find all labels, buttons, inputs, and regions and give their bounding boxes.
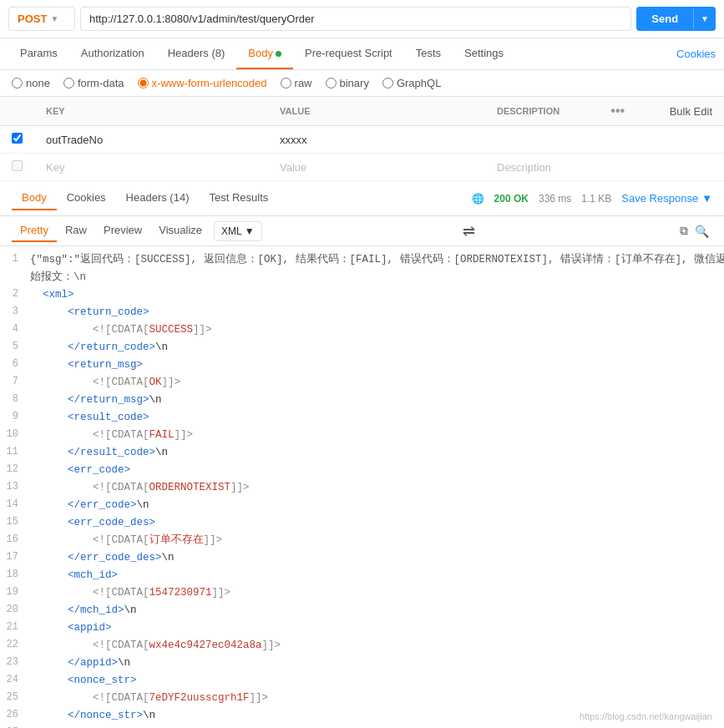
- code-tab-preview[interactable]: Preview: [95, 220, 150, 242]
- row-desc[interactable]: [485, 126, 599, 154]
- row-key[interactable]: outTradeNo: [34, 126, 268, 154]
- line-content: </appid>\n: [30, 655, 724, 672]
- line-content: <sign>: [30, 725, 724, 728]
- url-input[interactable]: [80, 7, 631, 31]
- lang-select-chevron-icon: ▼: [245, 225, 255, 237]
- response-tab-headers[interactable]: Headers (14): [116, 186, 200, 210]
- kv-bulk-edit-header: Bulk Edit: [636, 97, 724, 126]
- code-viewer-bar: Pretty Raw Preview Visualize XML ▼ ⇌ ⧉ 🔍: [0, 216, 724, 246]
- line-number: 11: [0, 444, 30, 462]
- line-content: </return_code>\n: [30, 339, 724, 356]
- line-content: <result_code>: [30, 409, 724, 427]
- code-line: 22 <![CDATA[wx4e4c9427ec042a8a]]>: [0, 637, 724, 655]
- lang-select[interactable]: XML ▼: [214, 221, 262, 241]
- code-tab-visualize[interactable]: Visualize: [150, 220, 210, 242]
- code-line: 11 </result_code>\n: [0, 444, 724, 462]
- body-type-urlencoded[interactable]: x-www-form-urlencoded: [138, 77, 267, 89]
- line-content: </err_code>\n: [30, 497, 724, 514]
- line-content: <![CDATA[7eDYF2uusscgrh1F]]>: [30, 690, 724, 707]
- line-content: </result_code>\n: [30, 444, 724, 462]
- wrap-icon[interactable]: ⇌: [458, 222, 480, 240]
- tab-params[interactable]: Params: [8, 38, 69, 69]
- tab-body[interactable]: Body: [236, 38, 293, 69]
- code-line: 5 </return_code>\n: [0, 339, 724, 356]
- line-number: 8: [0, 392, 30, 409]
- line-content: <![CDATA[FAIL]]>: [30, 427, 724, 444]
- tab-tests[interactable]: Tests: [404, 38, 453, 69]
- line-number: 7: [0, 374, 30, 392]
- tab-authorization[interactable]: Authorization: [69, 38, 156, 69]
- row-value[interactable]: xxxxx: [268, 126, 485, 154]
- code-line: 10 <![CDATA[FAIL]]>: [0, 427, 724, 444]
- code-line: 1 {"msg":"返回代码：[SUCCESS], 返回信息：[OK], 结果代…: [0, 251, 724, 269]
- response-time: 336 ms: [539, 193, 571, 205]
- cookies-link[interactable]: Cookies: [665, 39, 716, 68]
- placeholder-desc[interactable]: Description: [485, 154, 599, 181]
- line-content: <nonce_str>: [30, 672, 724, 690]
- response-tab-cookies[interactable]: Cookies: [57, 186, 116, 210]
- code-line: 25 <![CDATA[7eDYF2uusscgrh1F]]>: [0, 690, 724, 707]
- send-button[interactable]: Send ▼: [636, 7, 716, 31]
- line-number: 27: [0, 725, 30, 728]
- method-select[interactable]: POST ▼: [8, 7, 75, 31]
- line-content: </mch_id>\n: [30, 602, 724, 619]
- body-type-raw[interactable]: raw: [281, 77, 312, 89]
- line-content: 始报文：\n: [30, 269, 724, 286]
- copy-icon[interactable]: ⧉: [676, 224, 691, 238]
- response-bar: Body Cookies Headers (14) Test Results 🌐…: [0, 181, 724, 216]
- line-content: <xml>: [30, 286, 724, 304]
- code-area: 1 {"msg":"返回代码：[SUCCESS], 返回信息：[OK], 结果代…: [0, 246, 724, 728]
- kv-table: KEY VALUE DESCRIPTION ••• Bulk Edit outT…: [0, 97, 724, 181]
- code-tab-raw[interactable]: Raw: [57, 220, 95, 242]
- line-content: </err_code_des>\n: [30, 549, 724, 567]
- line-content: <![CDATA[OK]]>: [30, 374, 724, 392]
- tab-pre-request-script[interactable]: Pre-request Script: [293, 38, 404, 69]
- kv-checkbox-header: [0, 97, 34, 126]
- response-size: 1.1 KB: [581, 193, 611, 205]
- code-tab-pretty[interactable]: Pretty: [12, 220, 57, 242]
- body-type-binary[interactable]: binary: [326, 77, 369, 89]
- response-status: 🌐 200 OK 336 ms 1.1 KB Save Response ▼: [472, 192, 712, 205]
- line-number: 21: [0, 619, 30, 637]
- kv-desc-header: DESCRIPTION: [485, 97, 599, 126]
- code-line: 24 <nonce_str>: [0, 672, 724, 690]
- save-response-label: Save Response: [621, 192, 698, 205]
- response-tab-test-results[interactable]: Test Results: [199, 186, 278, 210]
- save-response-button[interactable]: Save Response ▼: [621, 192, 712, 205]
- tab-headers[interactable]: Headers (8): [156, 38, 237, 69]
- response-tab-body[interactable]: Body: [12, 186, 57, 210]
- line-number: 17: [0, 549, 30, 567]
- line-number: [0, 269, 30, 286]
- line-number: 3: [0, 304, 30, 321]
- send-dropdown-icon[interactable]: ▼: [693, 8, 716, 29]
- code-line: 23 </appid>\n: [0, 655, 724, 672]
- tab-settings[interactable]: Settings: [453, 38, 515, 69]
- method-label: POST: [18, 13, 47, 25]
- code-line: 17 </err_code_des>\n: [0, 549, 724, 567]
- code-line: 13 <![CDATA[ORDERNOTEXIST]]>: [0, 479, 724, 497]
- body-type-none[interactable]: none: [12, 77, 50, 89]
- line-number: 1: [0, 251, 30, 269]
- code-line: 21 <appid>: [0, 619, 724, 637]
- bulk-edit-button[interactable]: Bulk Edit: [670, 105, 712, 118]
- search-icon[interactable]: 🔍: [691, 225, 712, 238]
- line-number: 6: [0, 356, 30, 374]
- line-number: 16: [0, 532, 30, 549]
- code-line: 6 <return_msg>: [0, 356, 724, 374]
- placeholder-value[interactable]: Value: [268, 154, 485, 181]
- kv-dots-icon[interactable]: •••: [610, 104, 625, 118]
- body-type-graphql[interactable]: GraphQL: [382, 77, 441, 89]
- placeholder-key[interactable]: Key: [34, 154, 268, 181]
- code-line: 9 <result_code>: [0, 409, 724, 427]
- line-number: 26: [0, 707, 30, 725]
- line-content: <![CDATA[ORDERNOTEXIST]]>: [30, 479, 724, 497]
- placeholder-checkbox-cell: [0, 154, 34, 181]
- body-type-form-data[interactable]: form-data: [63, 77, 124, 89]
- code-line: 15 <err_code_des>: [0, 514, 724, 532]
- row-checkbox[interactable]: [12, 133, 23, 144]
- status-ok-badge: 200 OK: [494, 193, 529, 205]
- placeholder-checkbox[interactable]: [12, 160, 23, 171]
- code-line: 12 <err_code>: [0, 462, 724, 479]
- line-number: 9: [0, 409, 30, 427]
- code-line: 2 <xml>: [0, 286, 724, 304]
